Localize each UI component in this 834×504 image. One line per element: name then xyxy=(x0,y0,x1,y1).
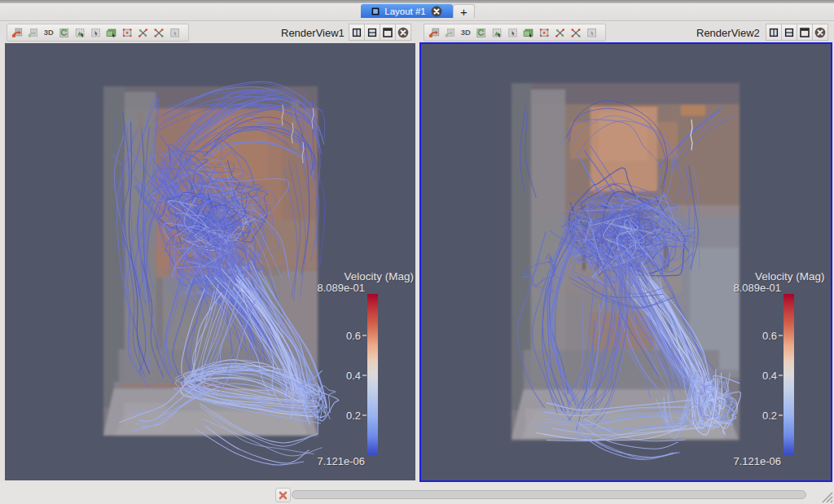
svg-text:8.089e-01: 8.089e-01 xyxy=(733,282,781,294)
svg-text:Velocity (Mag): Velocity (Mag) xyxy=(755,270,825,283)
svg-text:Velocity (Mag): Velocity (Mag) xyxy=(344,270,414,283)
svg-text:0.2: 0.2 xyxy=(346,410,361,422)
svg-text:0.6: 0.6 xyxy=(762,330,777,342)
svg-text:3D: 3D xyxy=(44,28,54,37)
svg-text:7.121e-06: 7.121e-06 xyxy=(733,455,781,467)
svg-text:3D: 3D xyxy=(461,28,471,37)
svg-text:0.4: 0.4 xyxy=(762,370,777,382)
svg-text:0.4: 0.4 xyxy=(346,370,361,382)
svg-text:8.089e-01: 8.089e-01 xyxy=(317,282,365,294)
svg-text:7.121e-06: 7.121e-06 xyxy=(317,455,365,467)
svg-text:0.2: 0.2 xyxy=(762,410,777,422)
svg-text:0.6: 0.6 xyxy=(346,330,361,342)
